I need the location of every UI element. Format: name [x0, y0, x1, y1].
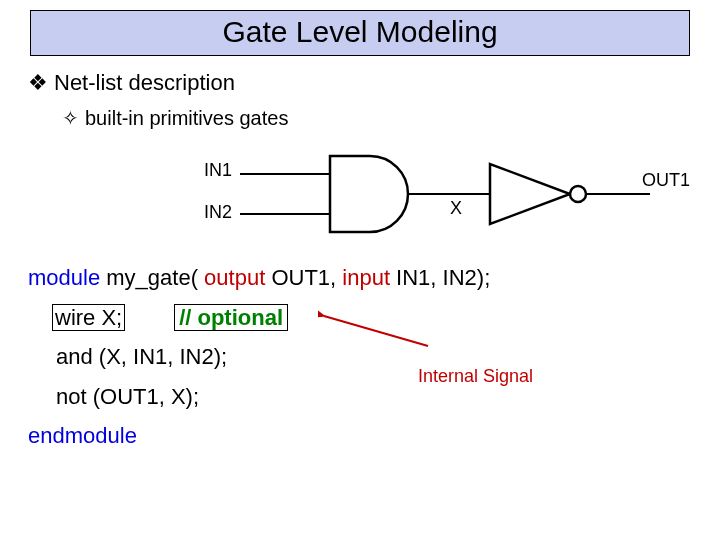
label-x: X	[450, 198, 462, 219]
module-line: module my_gate( output OUT1, input IN1, …	[28, 258, 720, 298]
bullet-level2: ✧built-in primitives gates	[62, 106, 720, 130]
circuit-diagram: IN1 IN2 X OUT1	[30, 136, 690, 256]
title-bar: Gate Level Modeling	[30, 10, 690, 56]
comment-box: // optional	[174, 304, 288, 331]
diamond-bullet-icon: ❖	[28, 70, 48, 95]
annotation-text: Internal Signal	[418, 360, 533, 392]
gates-svg	[30, 136, 690, 256]
bullet-level1: ❖Net-list description	[28, 70, 720, 96]
annotation-arrow-icon	[318, 310, 438, 350]
not-line: not (OUT1, X);	[56, 377, 720, 417]
bullet1-text: Net-list description	[54, 70, 235, 95]
svg-line-5	[324, 316, 428, 346]
kw-output: output	[204, 265, 265, 290]
slide-title: Gate Level Modeling	[222, 15, 497, 48]
diamond-open-bullet-icon: ✧	[62, 107, 79, 129]
input-sig: IN1, IN2);	[390, 265, 490, 290]
label-out1: OUT1	[642, 170, 690, 191]
wire-decl-box: wire X;	[52, 304, 125, 331]
module-name: my_gate(	[100, 265, 204, 290]
endmodule-line: endmodule	[28, 416, 720, 456]
kw-module: module	[28, 265, 100, 290]
label-in2: IN2	[204, 202, 232, 223]
svg-point-3	[570, 186, 586, 202]
verilog-code: module my_gate( output OUT1, input IN1, …	[28, 258, 720, 456]
label-in1: IN1	[204, 160, 232, 181]
bullet2-text: built-in primitives gates	[85, 107, 288, 129]
kw-input: input	[342, 265, 390, 290]
output-sig: OUT1,	[265, 265, 342, 290]
